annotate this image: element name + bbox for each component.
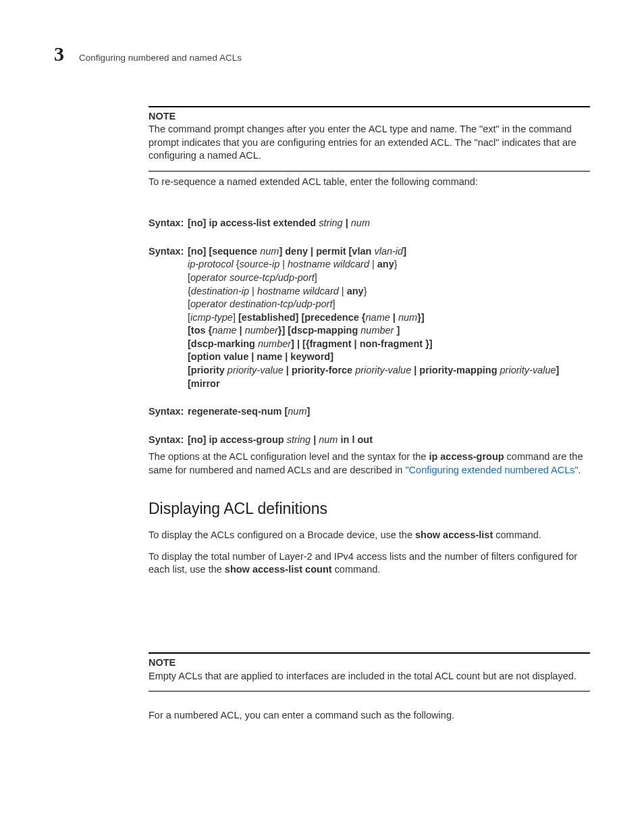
syntax-token: [mirror (188, 378, 220, 389)
syntax-token: [no] ip access-group (188, 434, 287, 445)
syntax-token: name (366, 312, 390, 323)
syntax-token: ] (233, 312, 238, 323)
command-bold: show access-list count (225, 564, 332, 575)
syntax-token: operator source-tcp/udp-port (190, 272, 315, 283)
syntax-token: | (369, 259, 377, 269)
syntax-block-2: Syntax: [no] [sequence num] deny | permi… (149, 245, 590, 390)
syntax-block-1: Syntax: [no] ip access-list extended str… (149, 217, 590, 230)
note-label: NOTE (149, 656, 590, 670)
syntax-token: | (390, 312, 398, 323)
syntax-token: | priority-force (284, 365, 355, 375)
syntax-token: name (212, 325, 236, 336)
syntax-token: ] (394, 325, 400, 336)
syntax-token: } (364, 286, 367, 296)
syntax-token: { (234, 259, 240, 269)
command-bold: ip access-group (429, 451, 504, 462)
display-paragraph-1: To display the ACLs configured on a Broc… (149, 529, 590, 542)
syntax-line: [operator destination-tcp/udp-port] (188, 298, 590, 311)
syntax-token: | (237, 325, 245, 336)
syntax-token: string (319, 217, 342, 228)
syntax-body: [no] ip access-list extended string | nu… (188, 217, 590, 230)
syntax-label: Syntax: (149, 245, 188, 390)
note-rule-bottom (149, 171, 590, 172)
syntax-token: ] (306, 406, 310, 417)
syntax-token: num (260, 246, 279, 257)
syntax-token: [priority (188, 365, 227, 375)
syntax-token: priority-value (355, 365, 411, 375)
syntax-token: hostname wildcard (257, 286, 339, 296)
note-text: The command prompt changes after you ent… (149, 123, 590, 163)
syntax-token: } (394, 259, 398, 269)
syntax-label: Syntax: (149, 434, 188, 447)
syntax-token: ] (403, 246, 406, 257)
syntax-token: ] (315, 272, 317, 283)
text: command. (493, 529, 541, 540)
syntax-token: [no] [sequence (188, 246, 260, 257)
syntax-token: any (347, 286, 364, 296)
text: The options at the ACL configuration lev… (149, 451, 429, 462)
syntax-body: [no] [sequence num] deny | permit [vlan … (188, 245, 590, 390)
syntax-token: }] [dscp-mapping (278, 325, 360, 336)
syntax-token: [option value | name | keyword] (188, 351, 333, 362)
syntax-line: ip-protocol {source-ip | hostname wildca… (188, 258, 590, 271)
content-column: NOTE The command prompt changes after yo… (149, 106, 590, 723)
syntax-token: icmp-type (190, 312, 233, 323)
syntax-token: [established] [precedence { (238, 312, 366, 323)
syntax-token: ] (556, 365, 560, 375)
syntax-label: Syntax: (149, 405, 188, 419)
syntax-token: [tos { (188, 325, 212, 336)
resequence-paragraph: To re-sequence a named extended ACL tabl… (149, 176, 590, 189)
text: command. (332, 564, 381, 575)
note-text: Empty ACLs that are applied to interface… (149, 670, 590, 683)
text: To display the ACLs configured on a Broc… (149, 529, 415, 540)
syntax-block-3: Syntax: regenerate-seq-num [num] (149, 405, 590, 419)
cross-reference-link[interactable]: "Configuring extended numbered ACLs" (405, 465, 578, 475)
running-head: Configuring numbered and named ACLs (79, 52, 242, 64)
syntax-token: vlan-id (374, 246, 403, 257)
syntax-line: [dscp-marking number] | [{fragment | non… (188, 338, 590, 351)
note-rule-top (149, 652, 590, 654)
syntax-line: [priority priority-value | priority-forc… (188, 364, 590, 377)
text: . (579, 465, 581, 475)
syntax-token: any (377, 259, 394, 269)
syntax-line: [mirror (188, 377, 590, 391)
syntax-token: ] deny | permit [vlan (279, 246, 374, 257)
syntax-line: [option value | name | keyword] (188, 350, 590, 364)
syntax-line: [tos {name | number}] [dscp-mapping numb… (188, 324, 590, 338)
syntax-token: [dscp-marking (188, 338, 258, 349)
syntax-token: ] | [{fragment | non-fragment }] (291, 338, 433, 349)
syntax-token: priority-value (500, 365, 556, 375)
syntax-line: [operator source-tcp/udp-port] (188, 271, 590, 285)
syntax-line: [no] [sequence num] deny | permit [vlan … (188, 245, 590, 259)
syntax-token: num (319, 434, 338, 445)
syntax-token: number (245, 325, 278, 336)
chapter-number: 3 (54, 41, 64, 68)
syntax-token: | priority-mapping (411, 365, 500, 375)
note-rule-top (149, 106, 590, 107)
syntax-token: num (288, 406, 306, 417)
syntax-token: | (249, 286, 257, 296)
syntax-token: [no] ip access-list extended (188, 217, 319, 228)
syntax-token: }] (417, 312, 424, 323)
syntax-token: num (351, 217, 370, 228)
syntax-token: | (343, 217, 351, 228)
command-bold: show access-list (415, 529, 493, 540)
syntax-token: num (398, 312, 417, 323)
page: 3 Configuring numbered and named ACLs NO… (0, 0, 644, 834)
syntax-token: source-ip (240, 259, 280, 269)
syntax-token: destination-ip (191, 286, 249, 296)
note-label: NOTE (149, 110, 590, 124)
syntax-block-4: Syntax: [no] ip access-group string | nu… (149, 434, 590, 447)
syntax-body: [no] ip access-group string | num in l o… (188, 434, 590, 447)
page-header: 3 Configuring numbered and named ACLs (54, 41, 590, 68)
syntax-token: string (287, 434, 311, 445)
syntax-line: {destination-ip | hostname wildcard | an… (188, 285, 590, 298)
syntax-token: ] (332, 298, 335, 309)
syntax-token: regenerate-seq-num [ (188, 406, 288, 417)
syntax-token: priority-value (227, 365, 284, 375)
syntax-token: | (311, 434, 319, 445)
syntax-token: hostname wildcard (288, 259, 369, 269)
syntax-line: [icmp-type] [established] [precedence {n… (188, 311, 590, 325)
syntax-token: number (360, 325, 394, 336)
note-rule-bottom (149, 691, 590, 692)
